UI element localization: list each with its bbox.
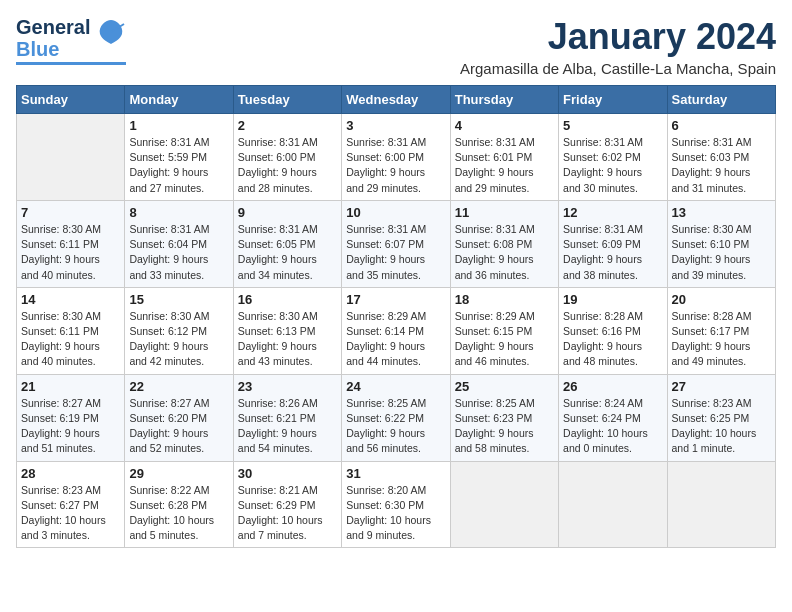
day-info: Sunrise: 8:24 AM Sunset: 6:24 PM Dayligh…	[563, 396, 662, 457]
day-info: Sunrise: 8:31 AM Sunset: 6:00 PM Dayligh…	[346, 135, 445, 196]
day-number: 21	[21, 379, 120, 394]
day-number: 7	[21, 205, 120, 220]
day-info: Sunrise: 8:31 AM Sunset: 6:08 PM Dayligh…	[455, 222, 554, 283]
day-info: Sunrise: 8:31 AM Sunset: 6:07 PM Dayligh…	[346, 222, 445, 283]
day-info: Sunrise: 8:21 AM Sunset: 6:29 PM Dayligh…	[238, 483, 337, 544]
calendar-cell: 27Sunrise: 8:23 AM Sunset: 6:25 PM Dayli…	[667, 374, 775, 461]
calendar-cell: 26Sunrise: 8:24 AM Sunset: 6:24 PM Dayli…	[559, 374, 667, 461]
day-number: 1	[129, 118, 228, 133]
weekday-header-friday: Friday	[559, 86, 667, 114]
day-info: Sunrise: 8:31 AM Sunset: 5:59 PM Dayligh…	[129, 135, 228, 196]
calendar-week-2: 7Sunrise: 8:30 AM Sunset: 6:11 PM Daylig…	[17, 200, 776, 287]
day-number: 2	[238, 118, 337, 133]
day-number: 30	[238, 466, 337, 481]
calendar-cell	[17, 114, 125, 201]
calendar-cell: 10Sunrise: 8:31 AM Sunset: 6:07 PM Dayli…	[342, 200, 450, 287]
calendar-cell	[450, 461, 558, 548]
calendar-cell: 28Sunrise: 8:23 AM Sunset: 6:27 PM Dayli…	[17, 461, 125, 548]
day-number: 8	[129, 205, 228, 220]
calendar-cell: 18Sunrise: 8:29 AM Sunset: 6:15 PM Dayli…	[450, 287, 558, 374]
calendar-cell: 24Sunrise: 8:25 AM Sunset: 6:22 PM Dayli…	[342, 374, 450, 461]
calendar-cell: 6Sunrise: 8:31 AM Sunset: 6:03 PM Daylig…	[667, 114, 775, 201]
calendar-cell: 23Sunrise: 8:26 AM Sunset: 6:21 PM Dayli…	[233, 374, 341, 461]
calendar-cell: 11Sunrise: 8:31 AM Sunset: 6:08 PM Dayli…	[450, 200, 558, 287]
weekday-header-tuesday: Tuesday	[233, 86, 341, 114]
calendar-cell: 4Sunrise: 8:31 AM Sunset: 6:01 PM Daylig…	[450, 114, 558, 201]
day-info: Sunrise: 8:31 AM Sunset: 6:05 PM Dayligh…	[238, 222, 337, 283]
day-info: Sunrise: 8:28 AM Sunset: 6:16 PM Dayligh…	[563, 309, 662, 370]
logo-blue: Blue	[16, 38, 90, 60]
day-info: Sunrise: 8:30 AM Sunset: 6:12 PM Dayligh…	[129, 309, 228, 370]
day-number: 25	[455, 379, 554, 394]
day-number: 19	[563, 292, 662, 307]
calendar-cell: 8Sunrise: 8:31 AM Sunset: 6:04 PM Daylig…	[125, 200, 233, 287]
day-number: 18	[455, 292, 554, 307]
day-info: Sunrise: 8:31 AM Sunset: 6:09 PM Dayligh…	[563, 222, 662, 283]
day-info: Sunrise: 8:27 AM Sunset: 6:20 PM Dayligh…	[129, 396, 228, 457]
day-info: Sunrise: 8:27 AM Sunset: 6:19 PM Dayligh…	[21, 396, 120, 457]
calendar-week-3: 14Sunrise: 8:30 AM Sunset: 6:11 PM Dayli…	[17, 287, 776, 374]
day-number: 11	[455, 205, 554, 220]
day-number: 16	[238, 292, 337, 307]
logo-general: General	[16, 16, 90, 38]
day-number: 12	[563, 205, 662, 220]
calendar-cell: 13Sunrise: 8:30 AM Sunset: 6:10 PM Dayli…	[667, 200, 775, 287]
calendar-cell: 30Sunrise: 8:21 AM Sunset: 6:29 PM Dayli…	[233, 461, 341, 548]
calendar-cell: 1Sunrise: 8:31 AM Sunset: 5:59 PM Daylig…	[125, 114, 233, 201]
weekday-header-monday: Monday	[125, 86, 233, 114]
calendar-week-1: 1Sunrise: 8:31 AM Sunset: 5:59 PM Daylig…	[17, 114, 776, 201]
calendar-cell: 21Sunrise: 8:27 AM Sunset: 6:19 PM Dayli…	[17, 374, 125, 461]
day-number: 13	[672, 205, 771, 220]
day-number: 9	[238, 205, 337, 220]
calendar-cell: 17Sunrise: 8:29 AM Sunset: 6:14 PM Dayli…	[342, 287, 450, 374]
day-number: 4	[455, 118, 554, 133]
day-number: 15	[129, 292, 228, 307]
day-info: Sunrise: 8:30 AM Sunset: 6:10 PM Dayligh…	[672, 222, 771, 283]
day-number: 26	[563, 379, 662, 394]
day-info: Sunrise: 8:22 AM Sunset: 6:28 PM Dayligh…	[129, 483, 228, 544]
day-number: 31	[346, 466, 445, 481]
day-info: Sunrise: 8:30 AM Sunset: 6:11 PM Dayligh…	[21, 222, 120, 283]
calendar-title: January 2024	[460, 16, 776, 58]
day-info: Sunrise: 8:26 AM Sunset: 6:21 PM Dayligh…	[238, 396, 337, 457]
calendar-cell: 2Sunrise: 8:31 AM Sunset: 6:00 PM Daylig…	[233, 114, 341, 201]
day-info: Sunrise: 8:31 AM Sunset: 6:01 PM Dayligh…	[455, 135, 554, 196]
day-number: 17	[346, 292, 445, 307]
day-info: Sunrise: 8:28 AM Sunset: 6:17 PM Dayligh…	[672, 309, 771, 370]
day-info: Sunrise: 8:30 AM Sunset: 6:11 PM Dayligh…	[21, 309, 120, 370]
weekday-header-row: SundayMondayTuesdayWednesdayThursdayFrid…	[17, 86, 776, 114]
calendar-cell: 31Sunrise: 8:20 AM Sunset: 6:30 PM Dayli…	[342, 461, 450, 548]
calendar-table: SundayMondayTuesdayWednesdayThursdayFrid…	[16, 85, 776, 548]
weekday-header-saturday: Saturday	[667, 86, 775, 114]
calendar-cell: 7Sunrise: 8:30 AM Sunset: 6:11 PM Daylig…	[17, 200, 125, 287]
logo-underline	[16, 62, 126, 65]
day-info: Sunrise: 8:23 AM Sunset: 6:27 PM Dayligh…	[21, 483, 120, 544]
calendar-cell: 5Sunrise: 8:31 AM Sunset: 6:02 PM Daylig…	[559, 114, 667, 201]
day-number: 14	[21, 292, 120, 307]
weekday-header-sunday: Sunday	[17, 86, 125, 114]
day-number: 29	[129, 466, 228, 481]
day-info: Sunrise: 8:30 AM Sunset: 6:13 PM Dayligh…	[238, 309, 337, 370]
header: General Blue January 2024 Argamasilla de…	[16, 16, 776, 77]
calendar-cell: 29Sunrise: 8:22 AM Sunset: 6:28 PM Dayli…	[125, 461, 233, 548]
day-number: 28	[21, 466, 120, 481]
calendar-cell: 19Sunrise: 8:28 AM Sunset: 6:16 PM Dayli…	[559, 287, 667, 374]
calendar-week-5: 28Sunrise: 8:23 AM Sunset: 6:27 PM Dayli…	[17, 461, 776, 548]
day-info: Sunrise: 8:25 AM Sunset: 6:23 PM Dayligh…	[455, 396, 554, 457]
day-info: Sunrise: 8:25 AM Sunset: 6:22 PM Dayligh…	[346, 396, 445, 457]
day-info: Sunrise: 8:31 AM Sunset: 6:02 PM Dayligh…	[563, 135, 662, 196]
calendar-cell	[667, 461, 775, 548]
day-number: 6	[672, 118, 771, 133]
day-info: Sunrise: 8:31 AM Sunset: 6:03 PM Dayligh…	[672, 135, 771, 196]
calendar-cell: 25Sunrise: 8:25 AM Sunset: 6:23 PM Dayli…	[450, 374, 558, 461]
calendar-subtitle: Argamasilla de Alba, Castille-La Mancha,…	[460, 60, 776, 77]
day-number: 24	[346, 379, 445, 394]
logo-bird-icon	[96, 18, 126, 58]
day-number: 22	[129, 379, 228, 394]
calendar-cell	[559, 461, 667, 548]
calendar-cell: 16Sunrise: 8:30 AM Sunset: 6:13 PM Dayli…	[233, 287, 341, 374]
title-section: January 2024 Argamasilla de Alba, Castil…	[460, 16, 776, 77]
calendar-week-4: 21Sunrise: 8:27 AM Sunset: 6:19 PM Dayli…	[17, 374, 776, 461]
calendar-cell: 9Sunrise: 8:31 AM Sunset: 6:05 PM Daylig…	[233, 200, 341, 287]
day-number: 10	[346, 205, 445, 220]
